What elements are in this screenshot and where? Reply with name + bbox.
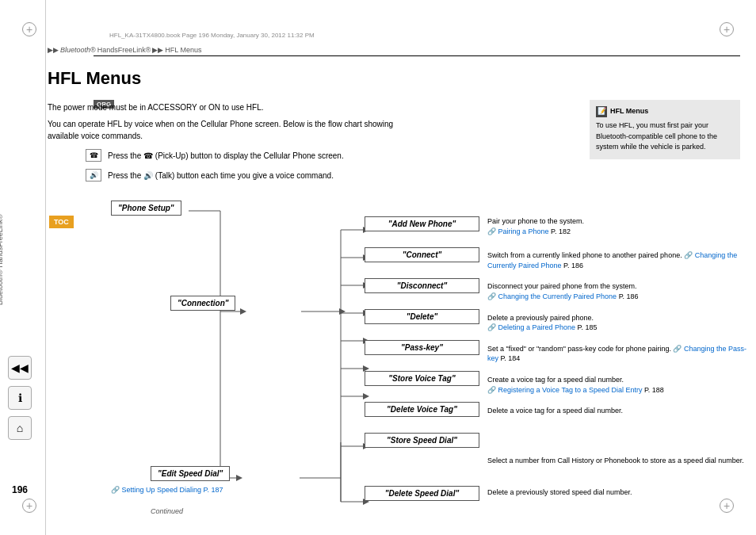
edit-speed-dial-box: "Edit Speed Dial" — [151, 466, 230, 481]
home-icon[interactable]: ⌂ — [8, 416, 32, 440]
phone-setup-box: "Phone Setup" — [111, 201, 181, 216]
menu-box-add-new-phone: "Add New Phone" — [365, 216, 479, 231]
menu-box-store-voice-tag: "Store Voice Tag" — [365, 371, 479, 386]
desc-store-voice-tag: Create a voice tag for a speed dial numb… — [487, 375, 749, 395]
reg-mark-tr — [720, 22, 734, 36]
step-2: 🔊 Press the 🔊 (Talk) button each time yo… — [86, 169, 334, 182]
svg-marker-3 — [240, 308, 246, 315]
descriptions: Pair your phone to the system. 🔗 Pairing… — [487, 216, 749, 501]
svg-marker-29 — [339, 308, 346, 315]
breadcrumb-part2: HandsFreeLink® — [97, 46, 151, 54]
toc-button[interactable]: TOC — [49, 216, 74, 228]
breadcrumb-prefix: ▶▶ — [48, 46, 59, 54]
main-content: ▶▶ Bluetooth® HandsFreeLink® ▶▶ HFL Menu… — [46, 46, 756, 535]
step-1-text: Press the ☎ (Pick-Up) button to display … — [108, 151, 344, 160]
menu-box-delete-voice-tag: "Delete Voice Tag" — [365, 402, 479, 417]
back-icon[interactable]: ◀◀ — [8, 356, 32, 380]
left-sidebar: TOC Bluetooth® HandsFreeLink® ◀◀ ℹ ⌂ 196 — [0, 0, 46, 535]
info-box: 📝 HFL Menus To use HFL, you must first p… — [590, 100, 740, 159]
step-2-text: Press the 🔊 (Talk) button each time you … — [108, 171, 334, 180]
intro-line2: You can operate HFL by voice when on the… — [48, 118, 396, 142]
info-box-title-text: HFL Menus — [610, 106, 648, 117]
desc-store-speed-dial: Select a number from Call History or Pho… — [487, 456, 749, 466]
menu-box-delete: "Delete" — [365, 309, 479, 324]
page-title: HFL Menus — [48, 68, 141, 89]
talk-icon: 🔊 — [86, 169, 101, 182]
breadcrumb-bluetooth: Bluetooth® — [60, 46, 96, 54]
flowchart: "Phone Setup" "Connection" "Edit Speed D… — [48, 193, 740, 527]
desc-delete-voice-tag: Delete a voice tag for a speed dial numb… — [487, 406, 749, 416]
desc-add-new-phone: Pair your phone to the system. 🔗 Pairing… — [487, 216, 749, 236]
intro-text: The power mode must be in ACCESSORY or O… — [48, 101, 396, 142]
menu-box-store-speed-dial: "Store Speed Dial" — [365, 433, 479, 448]
step-1: ☎ Press the ☎ (Pick-Up) button to displa… — [86, 149, 344, 162]
continued-text: Continued — [151, 507, 183, 515]
breadcrumb-hfl: HFL Menus — [165, 46, 201, 54]
desc-delete: Delete a previously paired phone. 🔗 Dele… — [487, 313, 749, 333]
info-box-body: To use HFL, you must first pair your Blu… — [596, 120, 734, 153]
note-icon: 📝 — [596, 106, 607, 117]
menu-box-delete-speed-dial: "Delete Speed Dial" — [365, 486, 479, 501]
desc-disconnect: Disconnect your paired phone from the sy… — [487, 281, 749, 301]
breadcrumb-sep: ▶▶ — [152, 46, 163, 54]
menu-box-pass-key: "Pass-key" — [365, 340, 479, 355]
menu-box-connect: "Connect" — [365, 247, 479, 262]
top-divider — [94, 55, 740, 56]
desc-connect: Switch from a currently linked phone to … — [487, 250, 749, 270]
speed-dial-link[interactable]: 🔗 Setting Up Speed Dialing P. 187 — [111, 486, 223, 494]
svg-marker-22 — [236, 475, 242, 481]
sidebar-icon-group: ◀◀ ℹ ⌂ — [8, 356, 32, 440]
sidebar-rotated-label: Bluetooth® HandsFreeLink® — [0, 259, 4, 305]
connection-box: "Connection" — [170, 296, 235, 311]
menu-box-disconnect: "Disconnect" — [365, 278, 479, 293]
page-number: 196 — [12, 484, 28, 495]
intro-line1: The power mode must be in ACCESSORY or O… — [48, 101, 396, 113]
menu-box-group: "Add New Phone" "Connect" "Disconnect" "… — [365, 216, 479, 504]
desc-delete-speed-dial: Delete a previously stored speed dial nu… — [487, 487, 749, 498]
info-box-title: 📝 HFL Menus — [596, 106, 734, 117]
desc-pass-key: Set a "fixed" or "random" pass-key code … — [487, 344, 749, 364]
info-icon[interactable]: ℹ — [8, 386, 32, 410]
file-info: HFL_KA-31TX4800.book Page 196 Monday, Ja… — [109, 32, 315, 39]
pickup-icon: ☎ — [86, 149, 101, 162]
breadcrumb: ▶▶ Bluetooth® HandsFreeLink® ▶▶ HFL Menu… — [48, 46, 202, 54]
